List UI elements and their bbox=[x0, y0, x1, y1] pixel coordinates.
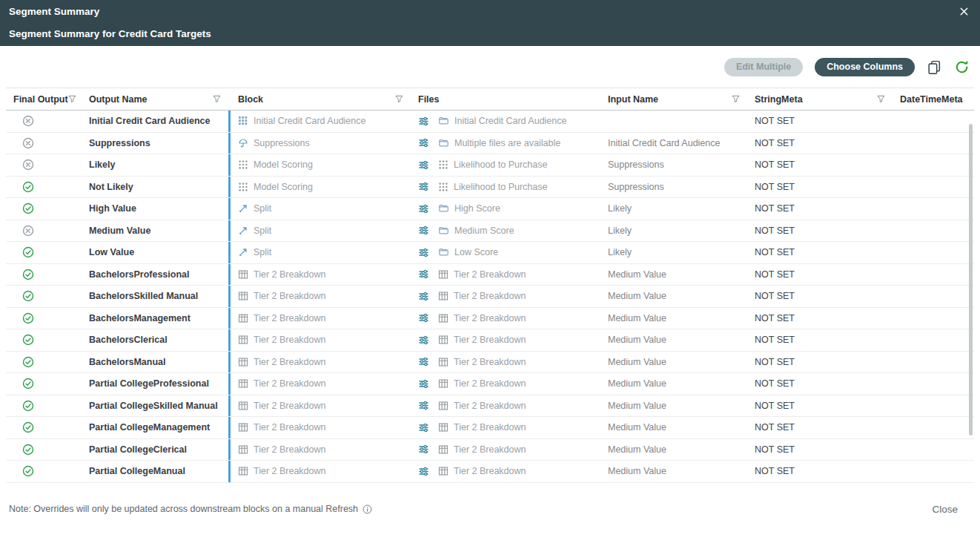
table-row[interactable]: BachelorsProfessionalTier 2 BreakdownTie… bbox=[6, 264, 974, 286]
column-header-block[interactable]: Block bbox=[228, 88, 411, 110]
flow-icon[interactable] bbox=[418, 160, 429, 171]
column-header-input-name[interactable]: Input Name bbox=[600, 88, 747, 110]
files-cell: Tier 2 Breakdown bbox=[411, 286, 600, 307]
filter-icon[interactable] bbox=[68, 95, 76, 103]
table-row[interactable]: BachelorsManagementTier 2 BreakdownTier … bbox=[6, 308, 974, 330]
table-icon bbox=[238, 378, 248, 389]
table-row[interactable]: Partial CollegeManagementTier 2 Breakdow… bbox=[6, 417, 974, 439]
column-label: DateTimeMeta bbox=[900, 94, 963, 105]
table-row[interactable]: Partial CollegeManualTier 2 BreakdownTie… bbox=[6, 461, 974, 483]
table-row[interactable]: LikelyModel ScoringLikelihood to Purchas… bbox=[6, 154, 974, 177]
column-header-datetimemeta[interactable]: DateTimeMeta bbox=[893, 88, 974, 110]
stringmeta-cell: NOT SET bbox=[747, 177, 893, 198]
flow-icon[interactable] bbox=[418, 335, 429, 346]
refresh-icon[interactable] bbox=[954, 59, 970, 75]
flow-icon[interactable] bbox=[418, 269, 429, 280]
block-name: Tier 2 Breakdown bbox=[254, 269, 326, 280]
copy-icon[interactable] bbox=[927, 59, 942, 75]
table-row[interactable]: Not LikelyModel ScoringLikelihood to Pur… bbox=[6, 177, 974, 199]
column-header-output-name[interactable]: Output Name bbox=[82, 88, 228, 110]
flow-icon[interactable] bbox=[418, 444, 429, 455]
filter-icon[interactable] bbox=[395, 95, 403, 103]
table-row[interactable]: BachelorsClericalTier 2 BreakdownTier 2 … bbox=[6, 329, 974, 352]
flow-icon[interactable] bbox=[418, 356, 429, 367]
filter-icon[interactable] bbox=[213, 95, 221, 103]
table-body: Initial Credit Card AudienceInitial Cred… bbox=[6, 111, 974, 483]
table-row[interactable]: Low ValueSplitLow ScoreLikelyNOT SET bbox=[6, 242, 974, 264]
table-row[interactable]: SuppressionsSuppressionsMultiple files a… bbox=[6, 133, 974, 155]
table-row[interactable]: Partial CollegeClericalTier 2 BreakdownT… bbox=[6, 439, 974, 461]
table-row[interactable]: High ValueSplitHigh ScoreLikelyNOT SET bbox=[6, 198, 974, 220]
block-name: Tier 2 Breakdown bbox=[254, 313, 326, 323]
files-cell: Tier 2 Breakdown bbox=[411, 373, 600, 395]
datetimemeta-cell bbox=[893, 264, 974, 286]
vertical-scrollbar[interactable] bbox=[969, 124, 973, 435]
files-name: Tier 2 Breakdown bbox=[454, 466, 526, 476]
filter-icon[interactable] bbox=[732, 95, 740, 103]
output-name-cell: Initial Credit Card Audience bbox=[82, 111, 228, 132]
table-row[interactable]: Partial CollegeSkilled ManualTier 2 Brea… bbox=[6, 395, 974, 418]
flow-icon[interactable] bbox=[418, 247, 429, 258]
files-name: Tier 2 Breakdown bbox=[454, 422, 526, 433]
flow-icon[interactable] bbox=[418, 400, 429, 411]
check-circle-icon bbox=[22, 181, 34, 193]
stringmeta-cell: NOT SET bbox=[747, 395, 893, 417]
block-name: Tier 2 Breakdown bbox=[254, 378, 326, 389]
table-icon bbox=[438, 444, 448, 455]
output-name-cell: BachelorsProfessional bbox=[82, 264, 228, 286]
input-name-cell: Suppressions bbox=[600, 177, 747, 198]
column-label: Files bbox=[418, 94, 440, 105]
close-icon[interactable] bbox=[957, 4, 971, 19]
edit-multiple-button[interactable]: Edit Multiple bbox=[724, 58, 803, 76]
stringmeta-cell: NOT SET bbox=[747, 439, 893, 461]
close-button[interactable]: Close bbox=[932, 504, 958, 515]
datetimemeta-cell bbox=[893, 439, 974, 461]
table-row[interactable]: BachelorsSkilled ManualTier 2 BreakdownT… bbox=[6, 286, 974, 308]
flow-icon[interactable] bbox=[418, 312, 429, 323]
flow-icon[interactable] bbox=[418, 378, 429, 389]
stringmeta-cell: NOT SET bbox=[747, 242, 893, 263]
final-output-cell bbox=[6, 417, 82, 438]
files-name: Medium Score bbox=[454, 226, 514, 236]
stringmeta-cell: NOT SET bbox=[747, 198, 893, 220]
files-cell: Likelihood to Purchase bbox=[411, 177, 600, 198]
choose-columns-button[interactable]: Choose Columns bbox=[815, 58, 915, 76]
flow-icon[interactable] bbox=[418, 203, 429, 214]
flow-icon[interactable] bbox=[418, 137, 429, 148]
output-name-cell: High Value bbox=[82, 198, 228, 220]
table-row[interactable]: Medium ValueSplitMedium ScoreLikelyNOT S… bbox=[6, 220, 974, 243]
check-circle-icon bbox=[22, 356, 34, 368]
table-row[interactable]: Initial Credit Card AudienceInitial Cred… bbox=[6, 111, 974, 133]
filter-icon[interactable] bbox=[877, 95, 885, 103]
flow-icon[interactable] bbox=[418, 225, 429, 236]
block-name: Tier 2 Breakdown bbox=[254, 291, 326, 301]
flow-icon[interactable] bbox=[418, 466, 429, 477]
column-header-stringmeta[interactable]: StringMeta bbox=[747, 88, 893, 110]
datetimemeta-cell bbox=[893, 154, 974, 176]
block-cell: Split bbox=[228, 220, 411, 242]
flow-icon[interactable] bbox=[418, 181, 429, 192]
column-header-final-output[interactable]: Final Output bbox=[6, 88, 82, 110]
files-cell: Tier 2 Breakdown bbox=[411, 352, 600, 373]
block-cell: Split bbox=[228, 198, 411, 220]
flow-icon[interactable] bbox=[418, 422, 429, 433]
table-row[interactable]: Partial CollegeProfessionalTier 2 Breakd… bbox=[6, 373, 974, 395]
flow-icon[interactable] bbox=[418, 291, 429, 302]
info-icon[interactable] bbox=[362, 504, 372, 514]
block-name: Model Scoring bbox=[254, 182, 313, 192]
block-cell: Split bbox=[228, 242, 411, 263]
model-scoring-icon bbox=[238, 182, 248, 192]
table-row[interactable]: BachelorsManualTier 2 BreakdownTier 2 Br… bbox=[6, 352, 974, 374]
input-name-cell: Medium Value bbox=[600, 286, 747, 307]
segment-summary-table: Final OutputOutput NameBlockFilesInput N… bbox=[6, 88, 974, 483]
input-name-cell: Medium Value bbox=[600, 352, 747, 373]
input-name-cell: Likely bbox=[600, 220, 747, 242]
flow-icon[interactable] bbox=[418, 116, 429, 127]
table-icon bbox=[438, 335, 448, 345]
column-header-files[interactable]: Files bbox=[411, 88, 600, 110]
block-cell: Tier 2 Breakdown bbox=[228, 373, 411, 395]
model-scoring-icon bbox=[238, 160, 248, 170]
stringmeta-cell: NOT SET bbox=[747, 373, 893, 395]
output-name-cell: Partial CollegeClerical bbox=[82, 439, 228, 461]
final-output-cell bbox=[6, 154, 82, 176]
